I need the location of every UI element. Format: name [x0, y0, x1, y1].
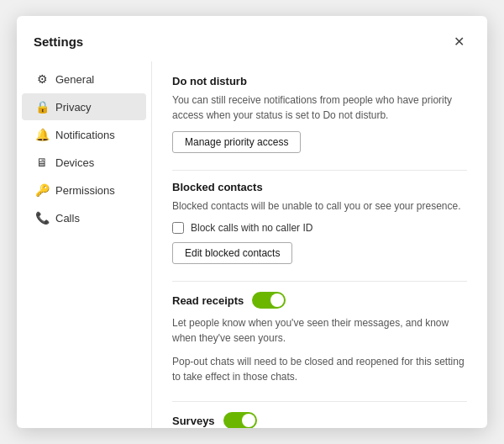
surveys-title: Surveys [172, 415, 215, 427]
read-receipts-desc2: Pop-out chats will need to be closed and… [172, 354, 467, 384]
sidebar-label-general: General [55, 73, 94, 86]
sidebar-item-permissions[interactable]: 🔑Permissions [22, 177, 146, 204]
dialog-header: Settings ✕ [17, 16, 487, 61]
blocked-desc: Blocked contacts will be unable to call … [172, 198, 467, 214]
sidebar-item-calls[interactable]: 📞Calls [22, 204, 146, 231]
notifications-icon: 🔔 [35, 128, 49, 141]
block-callerid-label: Block calls with no caller ID [191, 222, 312, 234]
settings-dialog: Settings ✕ ⚙General🔒Privacy🔔Notification… [17, 16, 487, 428]
surveys-slider [223, 412, 257, 428]
sidebar-label-devices: Devices [55, 156, 94, 169]
read-receipts-section: Read receipts Let people know when you'v… [172, 292, 467, 384]
general-icon: ⚙ [35, 72, 49, 86]
read-receipts-desc1: Let people know when you've seen their m… [172, 315, 467, 346]
surveys-section: Surveys Participate in surveys from Micr… [172, 412, 467, 428]
divider-1 [172, 170, 467, 171]
read-receipts-title: Read receipts [172, 294, 244, 307]
read-receipts-toggle-row: Read receipts [172, 292, 467, 309]
sidebar-item-notifications[interactable]: 🔔Notifications [22, 121, 146, 148]
read-receipts-slider [252, 292, 286, 309]
sidebar-item-devices[interactable]: 🖥Devices [22, 149, 146, 176]
edit-blocked-button[interactable]: Edit blocked contacts [172, 242, 292, 264]
permissions-icon: 🔑 [35, 183, 49, 197]
sidebar-label-permissions: Permissions [55, 184, 115, 197]
divider-2 [172, 281, 467, 282]
sidebar: ⚙General🔒Privacy🔔Notifications🖥Devices🔑P… [17, 61, 151, 428]
sidebar-label-calls: Calls [55, 212, 80, 225]
dnd-desc: You can still receive notifications from… [172, 92, 467, 123]
surveys-toggle[interactable] [223, 412, 257, 428]
sidebar-item-privacy[interactable]: 🔒Privacy [22, 93, 146, 120]
blocked-title: Blocked contacts [172, 181, 467, 193]
blocked-section: Blocked contacts Blocked contacts will b… [172, 181, 467, 264]
dnd-title: Do not disturb [172, 75, 467, 87]
surveys-toggle-row: Surveys [172, 412, 467, 428]
main-content: Do not disturb You can still receive not… [151, 61, 487, 428]
dnd-section: Do not disturb You can still receive not… [172, 75, 467, 153]
read-receipts-toggle[interactable] [252, 292, 286, 309]
block-callerid-row: Block calls with no caller ID [172, 222, 467, 234]
close-button[interactable]: ✕ [447, 29, 470, 53]
manage-priority-button[interactable]: Manage priority access [172, 131, 301, 153]
privacy-icon: 🔒 [35, 100, 49, 114]
sidebar-label-privacy: Privacy [55, 101, 92, 114]
calls-icon: 📞 [35, 211, 49, 225]
dialog-body: ⚙General🔒Privacy🔔Notifications🖥Devices🔑P… [17, 61, 487, 428]
sidebar-label-notifications: Notifications [55, 129, 115, 141]
block-callerid-checkbox[interactable] [172, 222, 184, 234]
devices-icon: 🖥 [35, 156, 49, 169]
sidebar-item-general[interactable]: ⚙General [22, 66, 146, 92]
divider-3 [172, 401, 467, 402]
dialog-title: Settings [34, 34, 83, 49]
